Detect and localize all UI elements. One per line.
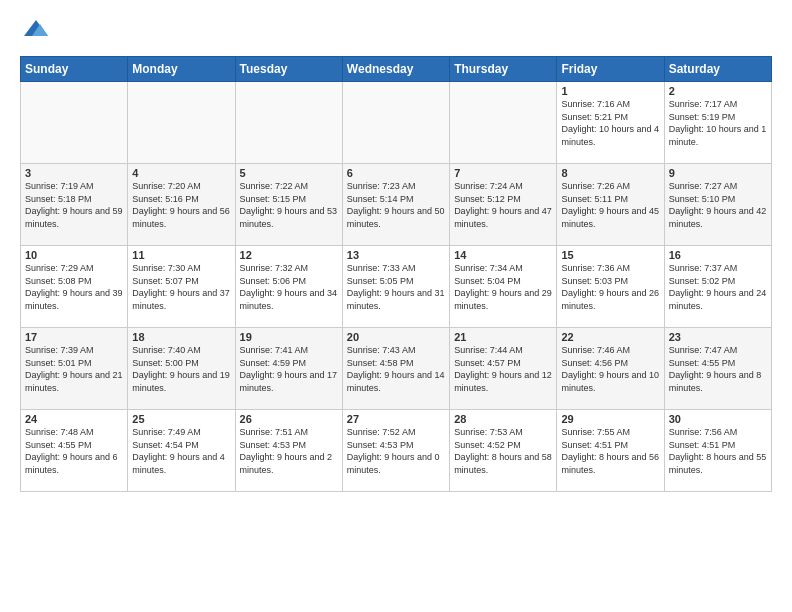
weekday-header-saturday: Saturday (664, 57, 771, 82)
weekday-header-tuesday: Tuesday (235, 57, 342, 82)
day-cell: 16Sunrise: 7:37 AM Sunset: 5:02 PM Dayli… (664, 246, 771, 328)
day-cell: 22Sunrise: 7:46 AM Sunset: 4:56 PM Dayli… (557, 328, 664, 410)
day-cell: 17Sunrise: 7:39 AM Sunset: 5:01 PM Dayli… (21, 328, 128, 410)
day-info: Sunrise: 7:30 AM Sunset: 5:07 PM Dayligh… (132, 262, 230, 312)
day-cell: 19Sunrise: 7:41 AM Sunset: 4:59 PM Dayli… (235, 328, 342, 410)
day-info: Sunrise: 7:43 AM Sunset: 4:58 PM Dayligh… (347, 344, 445, 394)
day-cell (235, 82, 342, 164)
day-cell: 2Sunrise: 7:17 AM Sunset: 5:19 PM Daylig… (664, 82, 771, 164)
day-cell: 1Sunrise: 7:16 AM Sunset: 5:21 PM Daylig… (557, 82, 664, 164)
day-number: 6 (347, 167, 445, 179)
day-cell: 6Sunrise: 7:23 AM Sunset: 5:14 PM Daylig… (342, 164, 449, 246)
day-info: Sunrise: 7:19 AM Sunset: 5:18 PM Dayligh… (25, 180, 123, 230)
day-cell: 20Sunrise: 7:43 AM Sunset: 4:58 PM Dayli… (342, 328, 449, 410)
week-row-3: 10Sunrise: 7:29 AM Sunset: 5:08 PM Dayli… (21, 246, 772, 328)
day-info: Sunrise: 7:36 AM Sunset: 5:03 PM Dayligh… (561, 262, 659, 312)
calendar: SundayMondayTuesdayWednesdayThursdayFrid… (20, 56, 772, 492)
day-cell: 30Sunrise: 7:56 AM Sunset: 4:51 PM Dayli… (664, 410, 771, 492)
day-number: 7 (454, 167, 552, 179)
week-row-4: 17Sunrise: 7:39 AM Sunset: 5:01 PM Dayli… (21, 328, 772, 410)
day-number: 23 (669, 331, 767, 343)
day-cell: 23Sunrise: 7:47 AM Sunset: 4:55 PM Dayli… (664, 328, 771, 410)
day-cell: 9Sunrise: 7:27 AM Sunset: 5:10 PM Daylig… (664, 164, 771, 246)
day-number: 21 (454, 331, 552, 343)
day-info: Sunrise: 7:37 AM Sunset: 5:02 PM Dayligh… (669, 262, 767, 312)
day-info: Sunrise: 7:22 AM Sunset: 5:15 PM Dayligh… (240, 180, 338, 230)
day-info: Sunrise: 7:47 AM Sunset: 4:55 PM Dayligh… (669, 344, 767, 394)
day-cell: 11Sunrise: 7:30 AM Sunset: 5:07 PM Dayli… (128, 246, 235, 328)
day-info: Sunrise: 7:53 AM Sunset: 4:52 PM Dayligh… (454, 426, 552, 476)
day-number: 20 (347, 331, 445, 343)
logo-icon (22, 16, 50, 44)
day-cell (21, 82, 128, 164)
day-info: Sunrise: 7:56 AM Sunset: 4:51 PM Dayligh… (669, 426, 767, 476)
day-cell: 12Sunrise: 7:32 AM Sunset: 5:06 PM Dayli… (235, 246, 342, 328)
day-number: 13 (347, 249, 445, 261)
day-cell: 18Sunrise: 7:40 AM Sunset: 5:00 PM Dayli… (128, 328, 235, 410)
day-info: Sunrise: 7:29 AM Sunset: 5:08 PM Dayligh… (25, 262, 123, 312)
day-number: 18 (132, 331, 230, 343)
day-info: Sunrise: 7:34 AM Sunset: 5:04 PM Dayligh… (454, 262, 552, 312)
day-info: Sunrise: 7:33 AM Sunset: 5:05 PM Dayligh… (347, 262, 445, 312)
day-info: Sunrise: 7:41 AM Sunset: 4:59 PM Dayligh… (240, 344, 338, 394)
day-info: Sunrise: 7:49 AM Sunset: 4:54 PM Dayligh… (132, 426, 230, 476)
day-cell: 4Sunrise: 7:20 AM Sunset: 5:16 PM Daylig… (128, 164, 235, 246)
day-info: Sunrise: 7:44 AM Sunset: 4:57 PM Dayligh… (454, 344, 552, 394)
day-info: Sunrise: 7:40 AM Sunset: 5:00 PM Dayligh… (132, 344, 230, 394)
day-number: 3 (25, 167, 123, 179)
day-number: 12 (240, 249, 338, 261)
week-row-1: 1Sunrise: 7:16 AM Sunset: 5:21 PM Daylig… (21, 82, 772, 164)
day-cell (342, 82, 449, 164)
day-number: 15 (561, 249, 659, 261)
day-number: 14 (454, 249, 552, 261)
day-cell: 24Sunrise: 7:48 AM Sunset: 4:55 PM Dayli… (21, 410, 128, 492)
day-number: 4 (132, 167, 230, 179)
weekday-header-thursday: Thursday (450, 57, 557, 82)
weekday-header-sunday: Sunday (21, 57, 128, 82)
day-info: Sunrise: 7:52 AM Sunset: 4:53 PM Dayligh… (347, 426, 445, 476)
day-number: 10 (25, 249, 123, 261)
day-number: 30 (669, 413, 767, 425)
day-cell: 5Sunrise: 7:22 AM Sunset: 5:15 PM Daylig… (235, 164, 342, 246)
day-info: Sunrise: 7:46 AM Sunset: 4:56 PM Dayligh… (561, 344, 659, 394)
day-cell: 25Sunrise: 7:49 AM Sunset: 4:54 PM Dayli… (128, 410, 235, 492)
day-cell: 27Sunrise: 7:52 AM Sunset: 4:53 PM Dayli… (342, 410, 449, 492)
day-info: Sunrise: 7:39 AM Sunset: 5:01 PM Dayligh… (25, 344, 123, 394)
day-info: Sunrise: 7:26 AM Sunset: 5:11 PM Dayligh… (561, 180, 659, 230)
day-cell: 21Sunrise: 7:44 AM Sunset: 4:57 PM Dayli… (450, 328, 557, 410)
day-cell: 15Sunrise: 7:36 AM Sunset: 5:03 PM Dayli… (557, 246, 664, 328)
day-cell: 8Sunrise: 7:26 AM Sunset: 5:11 PM Daylig… (557, 164, 664, 246)
logo (20, 16, 50, 44)
day-number: 28 (454, 413, 552, 425)
day-cell: 26Sunrise: 7:51 AM Sunset: 4:53 PM Dayli… (235, 410, 342, 492)
day-number: 2 (669, 85, 767, 97)
day-cell (128, 82, 235, 164)
day-info: Sunrise: 7:17 AM Sunset: 5:19 PM Dayligh… (669, 98, 767, 148)
day-info: Sunrise: 7:27 AM Sunset: 5:10 PM Dayligh… (669, 180, 767, 230)
day-cell: 7Sunrise: 7:24 AM Sunset: 5:12 PM Daylig… (450, 164, 557, 246)
day-cell: 29Sunrise: 7:55 AM Sunset: 4:51 PM Dayli… (557, 410, 664, 492)
day-number: 19 (240, 331, 338, 343)
day-info: Sunrise: 7:32 AM Sunset: 5:06 PM Dayligh… (240, 262, 338, 312)
day-number: 16 (669, 249, 767, 261)
day-info: Sunrise: 7:20 AM Sunset: 5:16 PM Dayligh… (132, 180, 230, 230)
day-info: Sunrise: 7:16 AM Sunset: 5:21 PM Dayligh… (561, 98, 659, 148)
day-number: 24 (25, 413, 123, 425)
day-number: 9 (669, 167, 767, 179)
weekday-header-friday: Friday (557, 57, 664, 82)
day-cell: 28Sunrise: 7:53 AM Sunset: 4:52 PM Dayli… (450, 410, 557, 492)
weekday-header-monday: Monday (128, 57, 235, 82)
day-info: Sunrise: 7:24 AM Sunset: 5:12 PM Dayligh… (454, 180, 552, 230)
header (20, 16, 772, 44)
day-info: Sunrise: 7:23 AM Sunset: 5:14 PM Dayligh… (347, 180, 445, 230)
day-number: 11 (132, 249, 230, 261)
day-number: 17 (25, 331, 123, 343)
day-cell (450, 82, 557, 164)
day-cell: 10Sunrise: 7:29 AM Sunset: 5:08 PM Dayli… (21, 246, 128, 328)
day-cell: 14Sunrise: 7:34 AM Sunset: 5:04 PM Dayli… (450, 246, 557, 328)
day-number: 1 (561, 85, 659, 97)
day-cell: 13Sunrise: 7:33 AM Sunset: 5:05 PM Dayli… (342, 246, 449, 328)
day-number: 27 (347, 413, 445, 425)
weekday-header-wednesday: Wednesday (342, 57, 449, 82)
day-number: 22 (561, 331, 659, 343)
